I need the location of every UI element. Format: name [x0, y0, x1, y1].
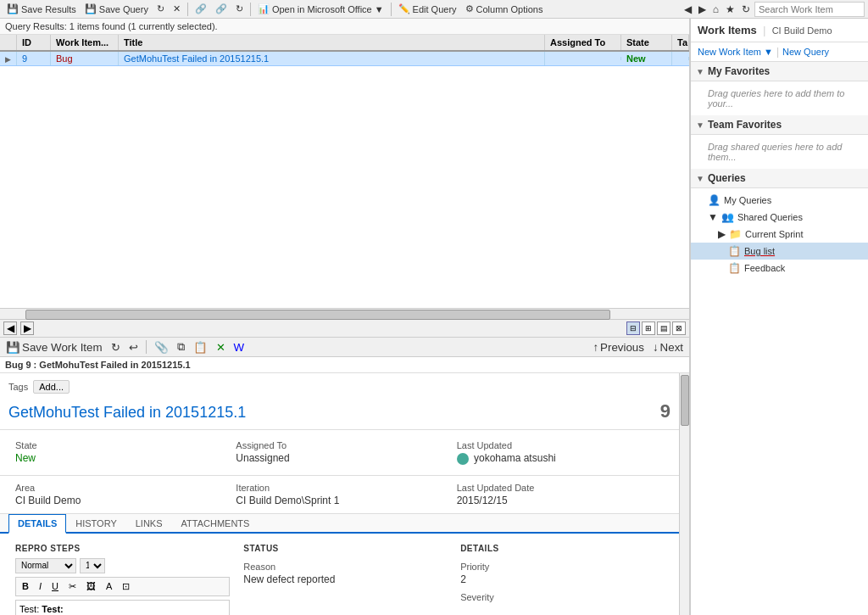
col-workitem[interactable]: Work Item... — [51, 35, 119, 50]
link2-btn[interactable]: 🔗 — [212, 3, 231, 15]
font-select[interactable]: 12 — [80, 558, 105, 573]
stop-btn[interactable]: ✕ — [170, 3, 184, 15]
view-btn-left[interactable]: ◀ — [3, 321, 17, 335]
tab-details[interactable]: DETAILS — [8, 514, 66, 534]
repro-content[interactable]: Test: Test: CIBuildDemo2Tests.Demo1Tests… — [15, 600, 230, 615]
detail-tabs: DETAILS HISTORY LINKS ATTACHMENTS — [0, 514, 679, 534]
new-work-item-link[interactable]: New Work Item ▼ — [698, 47, 773, 57]
new-query-link[interactable]: New Query — [782, 47, 829, 57]
my-favorites-section: ▼ My Favorites Drag queries here to add … — [691, 62, 868, 115]
my-queries-item[interactable]: 👤 My Queries — [691, 192, 868, 209]
nav-home-btn[interactable]: ⌂ — [710, 3, 721, 16]
vertical-scrollbar[interactable] — [679, 373, 689, 615]
view-right: ⊟ ⊞ ▤ ⊠ — [626, 321, 686, 335]
style-select[interactable]: NormalHeading 1 — [15, 558, 76, 573]
previous-btn[interactable]: ↑ Previous — [590, 340, 647, 355]
excel-icon: ✕ — [216, 341, 225, 354]
save-query-btn[interactable]: 💾 Save Query — [81, 3, 152, 15]
view-form-btn[interactable]: ▤ — [657, 321, 670, 335]
query-results-bar: Query Results: 1 items found (1 currentl… — [0, 19, 689, 35]
save-results-icon: 💾 — [7, 3, 19, 14]
tab-attachments[interactable]: ATTACHMENTS — [172, 514, 259, 532]
bold-btn[interactable]: B — [18, 579, 33, 594]
grid-container: ID Work Item... Title Assigned To State … — [0, 35, 689, 66]
add-tag-btn[interactable]: Add... — [33, 380, 70, 394]
undo-icon: ↩ — [129, 341, 138, 354]
refresh-item-btn[interactable]: ↻ — [108, 340, 123, 355]
queries-arrow: ▼ — [696, 174, 704, 183]
team-favorites-header[interactable]: ▼ Team Favorites — [691, 115, 868, 135]
save-work-item-btn[interactable]: 💾 Save Work Item — [3, 340, 105, 355]
col-tag[interactable]: Ta — [672, 35, 689, 50]
shared-queries-arrow: ▼ — [708, 211, 718, 223]
col-state[interactable]: State — [621, 35, 672, 50]
last-updated-field: Last Updated yokohama atsushi — [450, 437, 670, 468]
cell-id[interactable]: 9 — [17, 52, 51, 65]
refresh-item-icon: ↻ — [111, 341, 120, 354]
nav-back-btn[interactable]: ◀ — [682, 3, 694, 16]
col-id[interactable]: ID — [17, 35, 51, 50]
view-expand-btn[interactable]: ⊠ — [672, 321, 686, 335]
table-row[interactable]: 9 Bug GetMohuTest Failed in 20151215.1 N… — [0, 52, 689, 66]
col-assigned[interactable]: Assigned To — [545, 35, 621, 50]
word-btn[interactable]: W — [231, 340, 248, 355]
nav-forward-btn[interactable]: ▶ — [696, 3, 709, 16]
separator: | — [763, 25, 765, 36]
undo-btn[interactable]: ↩ — [126, 340, 141, 355]
paste-btn[interactable]: 📋 — [191, 340, 210, 355]
horizontal-scrollbar[interactable] — [0, 308, 689, 320]
open-office-btn[interactable]: 📊 Open in Microsoft Office ▼ — [254, 3, 387, 15]
view-btn-right[interactable]: ▶ — [20, 321, 34, 335]
my-favorites-header[interactable]: ▼ My Favorites — [691, 62, 868, 81]
italic-btn[interactable]: I — [35, 579, 46, 594]
refresh-btn[interactable]: ↻ — [153, 3, 168, 15]
item-toolbar: 💾 Save Work Item ↻ ↩ 📎 ⧉ 📋 ✕ — [0, 338, 689, 357]
edit-query-btn[interactable]: ✏️ Edit Query — [395, 3, 460, 15]
view-grid-btn[interactable]: ⊞ — [642, 321, 655, 335]
save-item-icon: 💾 — [6, 341, 20, 354]
column-options-btn[interactable]: ⚙ Column Options — [462, 3, 547, 15]
office-icon: 📊 — [258, 3, 270, 14]
format-btn[interactable]: A — [102, 579, 116, 594]
tab-links[interactable]: LINKS — [126, 514, 172, 532]
search-input[interactable] — [754, 2, 865, 17]
cut-btn[interactable]: ✂ — [64, 579, 81, 594]
hscroll-thumb[interactable] — [25, 310, 610, 320]
word-icon: W — [234, 341, 245, 354]
assigned-field: Assigned To Unassigned — [229, 437, 449, 468]
expand-btn[interactable]: ⊡ — [118, 579, 134, 594]
feedback-item[interactable]: 📋 Feedback — [691, 260, 868, 277]
bug-list-item[interactable]: 📋 Bug list — [691, 243, 868, 260]
col-title[interactable]: Title — [119, 35, 545, 50]
area-field: Area CI Build Demo — [8, 479, 229, 510]
team-favorites-body: Drag shared queries here to add them... — [691, 135, 868, 169]
copy-btn[interactable]: ⧉ — [175, 339, 187, 355]
save-results-btn[interactable]: 💾 Save Results — [3, 3, 80, 15]
tab-history[interactable]: HISTORY — [66, 514, 126, 532]
underline-btn[interactable]: U — [47, 579, 63, 594]
left-panel: Query Results: 1 items found (1 currentl… — [0, 19, 690, 615]
state-field: State New — [8, 437, 229, 468]
next-btn[interactable]: ↓ Next — [650, 340, 686, 355]
queries-header[interactable]: ▼ Queries — [691, 169, 868, 188]
view-split-btn[interactable]: ⊟ — [626, 321, 640, 335]
link1-btn[interactable]: 🔗 — [192, 3, 210, 15]
excel-btn[interactable]: ✕ — [214, 340, 228, 355]
vscroll-thumb[interactable] — [681, 375, 689, 426]
iteration-field: Iteration CI Build Demo\Sprint 1 — [229, 479, 449, 510]
nav-star-btn[interactable]: ★ — [723, 3, 737, 16]
main-layout: Query Results: 1 items found (1 currentl… — [0, 19, 868, 615]
reason-field: Reason New defect reported — [243, 558, 447, 589]
refresh2-btn[interactable]: ↻ — [232, 3, 247, 15]
current-sprint-item[interactable]: ▶ 📁 Current Sprint — [691, 226, 868, 243]
shared-queries-item[interactable]: ▼ 👥 Shared Queries — [691, 209, 868, 226]
next-arrow-icon: ↓ — [653, 341, 659, 354]
attach-btn[interactable]: 📎 — [152, 340, 171, 355]
image-btn[interactable]: 🖼 — [82, 579, 100, 594]
cell-title[interactable]: GetMohuTest Failed in 20151215.1 — [119, 52, 545, 65]
cell-workitem: Bug — [51, 52, 119, 65]
fields-grid: State New Assigned To Unassigned Last Up… — [0, 430, 679, 476]
nav-refresh-btn[interactable]: ↻ — [739, 3, 753, 16]
query-icon: 📋 — [728, 245, 741, 257]
right-panel-header: Work Items | CI Build Demo — [691, 19, 868, 42]
